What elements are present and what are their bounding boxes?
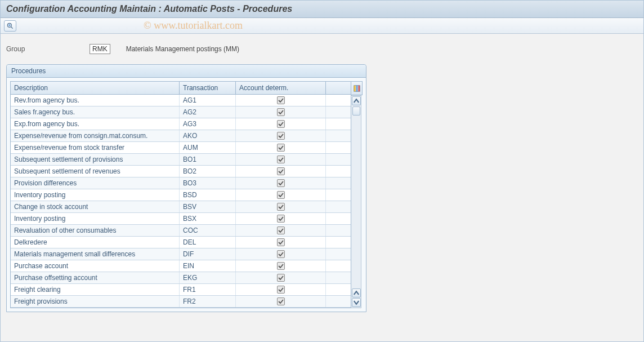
cell-transaction[interactable]: BSX xyxy=(180,213,236,224)
cell-description[interactable]: Subsequent settlement of provisions xyxy=(11,154,180,165)
check-icon xyxy=(278,228,284,233)
cell-description[interactable]: Sales fr.agency bus. xyxy=(11,106,180,118)
cell-description[interactable]: Materials management small differences xyxy=(11,248,180,260)
svg-rect-6 xyxy=(358,85,360,91)
cell-transaction[interactable]: FR2 xyxy=(180,296,236,307)
table-row[interactable]: Expense/revenue from consign.mat.consum.… xyxy=(11,130,351,142)
scroll-track[interactable] xyxy=(351,106,361,288)
cell-transaction[interactable]: BO1 xyxy=(180,154,236,165)
cell-transaction[interactable]: AG1 xyxy=(180,95,236,106)
table-row[interactable]: Change in stock accountBSV xyxy=(11,201,351,213)
cell-description[interactable]: Change in stock account xyxy=(11,201,180,212)
cell-description[interactable]: Purchase offsetting account xyxy=(11,272,180,283)
cell-account-determ xyxy=(236,154,326,165)
cell-description[interactable]: Freight clearing xyxy=(11,284,180,295)
table-row[interactable]: Expense/revenue from stock transferAUM xyxy=(11,142,351,154)
scroll-down-step-button[interactable] xyxy=(352,288,361,297)
check-icon xyxy=(278,168,284,174)
cell-account-determ xyxy=(236,95,326,106)
table-row[interactable]: Purchase offsetting accountEKG xyxy=(11,272,351,284)
cell-transaction[interactable]: FR1 xyxy=(180,284,236,295)
cell-transaction[interactable]: AG2 xyxy=(180,106,236,118)
cell-description[interactable]: Delkredere xyxy=(11,237,180,248)
check-icon xyxy=(278,192,284,198)
find-button[interactable] xyxy=(4,20,16,32)
cell-account-determ xyxy=(236,237,326,248)
checkbox-checked xyxy=(277,120,285,128)
table-row[interactable]: Rev.from agency bus.AG1 xyxy=(11,95,351,106)
checkbox-checked xyxy=(277,179,285,187)
checkbox-checked xyxy=(277,215,285,223)
checkbox-checked xyxy=(277,96,285,104)
table-header-row: Description Transaction Account determ. xyxy=(11,82,351,95)
cell-description[interactable]: Subsequent settlement of revenues xyxy=(11,166,180,177)
check-icon xyxy=(278,287,284,292)
toolbar xyxy=(1,18,643,34)
header-description[interactable]: Description xyxy=(11,82,180,94)
checkbox-checked xyxy=(277,238,285,246)
vertical-scrollbar[interactable] xyxy=(351,95,361,308)
checkbox-checked xyxy=(277,203,285,211)
find-icon xyxy=(6,22,14,30)
svg-point-2 xyxy=(8,24,11,26)
cell-description[interactable]: Rev.from agency bus. xyxy=(11,95,180,106)
page-title: Configuration Accounting Maintain : Auto… xyxy=(1,1,643,18)
cell-account-determ xyxy=(236,177,326,189)
cell-transaction[interactable]: EKG xyxy=(180,272,236,283)
table-row[interactable]: Inventory postingBSD xyxy=(11,189,351,201)
cell-transaction[interactable]: BSV xyxy=(180,201,236,212)
group-input[interactable]: RMK xyxy=(90,44,110,54)
cell-description[interactable]: Exp.from agency bus. xyxy=(11,118,180,130)
cell-transaction[interactable]: BSD xyxy=(180,189,236,201)
cell-transaction[interactable]: AG3 xyxy=(180,118,236,130)
cell-description[interactable]: Freight provisions xyxy=(11,296,180,307)
table-row[interactable]: Exp.from agency bus.AG3 xyxy=(11,118,351,130)
cell-transaction[interactable]: BO2 xyxy=(180,166,236,177)
checkbox-checked xyxy=(277,286,285,294)
table-row[interactable]: DelkredereDEL xyxy=(11,237,351,248)
table-row[interactable]: Freight provisionsFR2 xyxy=(11,296,351,308)
panel-title: Procedures xyxy=(7,65,366,78)
cell-transaction[interactable]: COC xyxy=(180,225,236,236)
header-account-determ[interactable]: Account determ. xyxy=(236,82,326,94)
table-config-button[interactable] xyxy=(351,81,363,95)
cell-account-determ xyxy=(236,225,326,236)
table-row[interactable]: Subsequent settlement of revenuesBO2 xyxy=(11,166,351,177)
table-row[interactable]: Freight clearingFR1 xyxy=(11,284,351,296)
cell-transaction[interactable]: DEL xyxy=(180,237,236,248)
cell-transaction[interactable]: EIN xyxy=(180,260,236,272)
cell-description[interactable]: Purchase account xyxy=(11,260,180,272)
check-icon xyxy=(278,299,284,304)
scroll-down-button[interactable] xyxy=(352,298,361,307)
check-icon xyxy=(278,133,284,139)
checkbox-checked xyxy=(277,132,285,140)
cell-transaction[interactable]: BO3 xyxy=(180,177,236,189)
checkbox-checked xyxy=(277,167,285,175)
header-transaction[interactable]: Transaction xyxy=(180,82,236,94)
scroll-thumb[interactable] xyxy=(352,106,360,116)
cell-description[interactable]: Expense/revenue from stock transfer xyxy=(11,142,180,153)
check-icon xyxy=(278,157,284,162)
cell-transaction[interactable]: AUM xyxy=(180,142,236,153)
table-row[interactable]: Revaluation of other consumablesCOC xyxy=(11,225,351,237)
cell-description[interactable]: Revaluation of other consumables xyxy=(11,225,180,236)
cell-transaction[interactable]: DIF xyxy=(180,248,236,260)
table-row[interactable]: Subsequent settlement of provisionsBO1 xyxy=(11,154,351,166)
table-row[interactable]: Purchase accountEIN xyxy=(11,260,351,272)
cell-account-determ xyxy=(236,201,326,212)
cell-description[interactable]: Inventory posting xyxy=(11,189,180,201)
chevron-up-icon xyxy=(352,97,360,105)
table-row[interactable]: Inventory postingBSX xyxy=(11,213,351,225)
checkbox-checked xyxy=(277,297,285,305)
cell-description[interactable]: Inventory posting xyxy=(11,213,180,224)
cell-description[interactable]: Provision differences xyxy=(11,177,180,189)
scroll-up-button[interactable] xyxy=(352,96,361,105)
table-row[interactable]: Sales fr.agency bus.AG2 xyxy=(11,106,351,118)
check-icon xyxy=(278,216,284,221)
cell-description[interactable]: Expense/revenue from consign.mat.consum. xyxy=(11,130,180,141)
table-row[interactable]: Materials management small differencesDI… xyxy=(11,248,351,260)
cell-transaction[interactable]: AKO xyxy=(180,130,236,141)
checkbox-checked xyxy=(277,262,285,270)
check-icon xyxy=(278,109,284,115)
table-row[interactable]: Provision differencesBO3 xyxy=(11,177,351,189)
